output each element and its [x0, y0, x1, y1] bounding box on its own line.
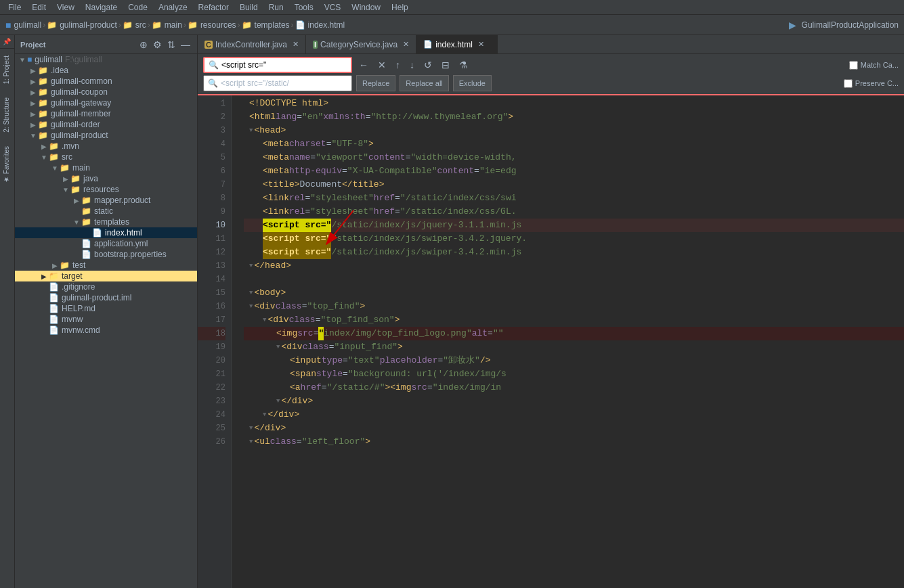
breadcrumb-templates[interactable]: 📁 templates — [242, 20, 290, 30]
code-line-12[interactable]: <script src="/static/index/js/swiper-3.4… — [244, 246, 904, 259]
menu-tools[interactable]: Tools — [289, 1, 319, 14]
code-line-10[interactable]: <script src="/static/index/js/jquery-3.1… — [244, 219, 904, 232]
tree-item-idea[interactable]: ▶ 📁 .idea — [15, 65, 197, 76]
breadcrumb-product[interactable]: 📁 gulimall-product — [47, 20, 117, 30]
code-line-19[interactable]: ▼ <div class="input_find" > — [244, 340, 904, 354]
code-line-18[interactable]: <img src= " index/img/top_find_logo.png"… — [244, 327, 904, 340]
tree-item-order[interactable]: ▶ 📁 gulimall-order — [15, 119, 197, 130]
code-line-8[interactable]: <link rel="stylesheet" href="/static/ind… — [244, 191, 904, 205]
menu-run[interactable]: Run — [263, 1, 289, 14]
tree-item-gitignore[interactable]: 📄 .gitignore — [15, 281, 197, 292]
code-line-7[interactable]: <title>Document</title> — [244, 178, 904, 191]
code-line-2[interactable]: <html lang="en" xmlns:th="http://www.thy… — [244, 110, 904, 124]
menu-analyze[interactable]: Analyze — [153, 1, 193, 14]
find-refresh-btn[interactable]: ↺ — [421, 58, 435, 72]
left-tab-project[interactable]: 1: Project — [0, 49, 14, 91]
replace-input[interactable] — [221, 78, 347, 88]
tree-item-src[interactable]: ▼ 📁 src — [15, 152, 197, 162]
left-tab-structure[interactable]: 2: Structure — [0, 91, 14, 139]
code-line-26[interactable]: ▼ <ul class="left_floor" > — [244, 435, 904, 449]
replace-input-wrapper[interactable]: 🔍 — [203, 75, 352, 91]
find-settings-btn[interactable]: ⊟ — [439, 58, 452, 72]
menu-build[interactable]: Build — [234, 1, 263, 14]
menu-navigate[interactable]: Navigate — [80, 1, 123, 14]
match-case-label[interactable]: Match Ca... — [849, 61, 899, 70]
tree-item-appyml[interactable]: 📄 application.yml — [15, 238, 197, 249]
match-case-checkbox[interactable] — [849, 61, 858, 70]
preserve-checkbox[interactable] — [844, 79, 853, 88]
code-line-6[interactable]: <meta http-equiv="X-UA-Compatible" conte… — [244, 164, 904, 178]
tree-item-coupon[interactable]: ▶ 📁 gulimall-coupon — [15, 87, 197, 97]
exclude-btn[interactable]: Exclude — [453, 75, 492, 91]
code-line-1[interactable]: <!DOCTYPE html> — [244, 97, 904, 110]
menu-refactor[interactable]: Refactor — [193, 1, 234, 14]
find-input-wrapper[interactable]: 🔍 — [203, 57, 352, 73]
menu-window[interactable]: Window — [346, 1, 386, 14]
fold-16[interactable]: ▼ — [249, 300, 253, 313]
tree-item-mvn[interactable]: ▶ 📁 .mvn — [15, 141, 197, 152]
sort-icon[interactable]: ⇅ — [166, 38, 177, 51]
breadcrumb-index[interactable]: 📄 index.html — [295, 20, 345, 30]
menu-file[interactable]: File — [3, 1, 26, 14]
code-line-13[interactable]: ▼ </head> — [244, 259, 904, 273]
tree-item-member[interactable]: ▶ 📁 gulimall-member — [15, 108, 197, 119]
code-line-22[interactable]: <a href="/static/#" ><img src="index/img… — [244, 381, 904, 394]
code-line-17[interactable]: ▼ <div class="top_find_son" > — [244, 313, 904, 327]
code-line-11[interactable]: <script src="/static/index/js/swiper-3.4… — [244, 232, 904, 246]
tab-indexcontroller[interactable]: C IndexController.java ✕ — [198, 35, 306, 54]
fold-3[interactable]: ▼ — [249, 124, 253, 137]
replace-all-btn[interactable]: Replace all — [400, 75, 448, 91]
find-prev-btn[interactable]: ← — [356, 58, 371, 72]
breadcrumb-src[interactable]: 📁 src — [123, 20, 146, 30]
tree-item-mapper[interactable]: ▶ 📁 mapper.product — [15, 195, 197, 206]
find-filter-btn[interactable]: ⚗ — [456, 58, 471, 72]
tree-item-templates[interactable]: ▼ 📁 templates — [15, 217, 197, 227]
tab-indexhtml[interactable]: 📄 index.html ✕ — [416, 35, 498, 54]
run-config-icon[interactable]: ▶ — [789, 20, 796, 30]
fold-19[interactable]: ▼ — [276, 340, 280, 354]
fold-15[interactable]: ▼ — [249, 286, 253, 300]
find-up-btn[interactable]: ↑ — [393, 58, 403, 72]
breadcrumb-main[interactable]: 📁 main — [152, 20, 182, 30]
menu-edit[interactable]: Edit — [26, 1, 51, 14]
code-line-14[interactable] — [244, 273, 904, 286]
find-close-btn[interactable]: ✕ — [375, 58, 389, 72]
code-line-5[interactable]: <meta name="viewport" content="width=dev… — [244, 151, 904, 164]
tree-item-java[interactable]: ▶ 📁 java — [15, 173, 197, 184]
fold-17[interactable]: ▼ — [263, 313, 266, 327]
code-line-4[interactable]: <meta charset="UTF-8" > — [244, 137, 904, 151]
find-input[interactable] — [221, 60, 347, 70]
tab-categoryservice[interactable]: I CategoryService.java ✕ — [306, 35, 416, 54]
code-line-23[interactable]: ▼ </div> — [244, 394, 904, 408]
tree-item-mvnw[interactable]: 📄 mvnw — [15, 314, 197, 325]
tree-item-mvnwcmd[interactable]: 📄 mvnw.cmd — [15, 325, 197, 336]
tree-item-target[interactable]: ▶ 📁 target — [15, 271, 197, 281]
tree-item-main[interactable]: ▼ 📁 main — [15, 162, 197, 173]
code-line-24[interactable]: ▼ </div> — [244, 408, 904, 422]
left-panel-pin[interactable]: 📌 — [0, 35, 14, 49]
tree-item-resources[interactable]: ▼ 📁 resources — [15, 184, 197, 195]
fold-13[interactable]: ▼ — [249, 259, 253, 273]
preserve-label[interactable]: Preserve C... — [844, 79, 899, 88]
code-line-15[interactable]: ▼ <body> — [244, 286, 904, 300]
tree-item-index-html[interactable]: 📄 index.html — [15, 227, 197, 238]
tree-item-bootstrap[interactable]: 📄 bootstrap.properties — [15, 249, 197, 260]
fold-26[interactable]: ▼ — [249, 435, 253, 449]
tree-item-common[interactable]: ▶ 📁 gulimall-common — [15, 76, 197, 87]
menu-view[interactable]: View — [51, 1, 80, 14]
tab-close-indexcontroller[interactable]: ✕ — [293, 40, 299, 49]
tree-item-gateway[interactable]: ▶ 📁 gulimall-gateway — [15, 97, 197, 108]
tree-item-gulimall[interactable]: ▼ ■ gulimall F:\gulimall — [15, 54, 197, 65]
tab-close-indexhtml[interactable]: ✕ — [478, 40, 484, 49]
replace-btn[interactable]: Replace — [356, 75, 395, 91]
code-line-20[interactable]: <input type="text" placeholder="卸妆水" /> — [244, 354, 904, 367]
collapse-btn[interactable]: — — [179, 38, 192, 51]
tree-item-product[interactable]: ▼ 📁 gulimall-product — [15, 130, 197, 141]
breadcrumb-resources[interactable]: 📁 resources — [188, 20, 236, 30]
menu-code[interactable]: Code — [123, 1, 153, 14]
fold-24[interactable]: ▼ — [263, 408, 266, 422]
find-down-btn[interactable]: ↓ — [407, 58, 417, 72]
code-line-3[interactable]: ▼ <head> — [244, 124, 904, 137]
code-line-9[interactable]: <link rel="stylesheet" href="/static/ind… — [244, 205, 904, 219]
tree-item-test[interactable]: ▶ 📁 test — [15, 260, 197, 271]
